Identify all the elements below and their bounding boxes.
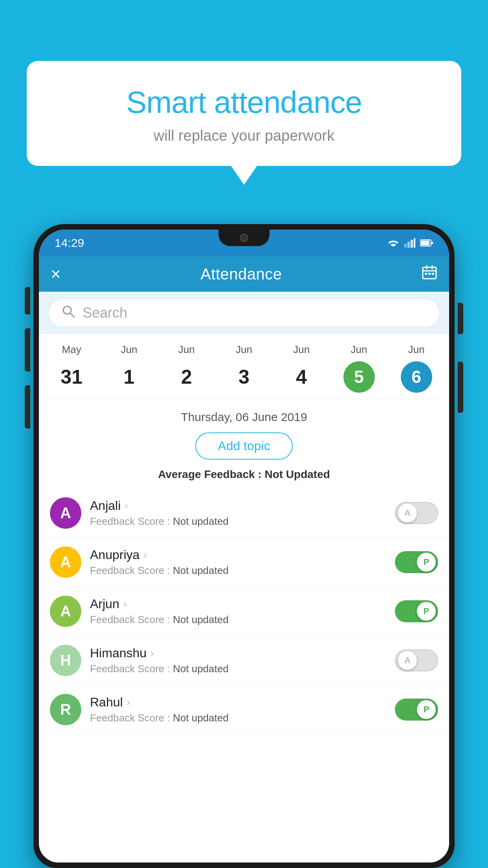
svg-rect-6 bbox=[431, 242, 433, 244]
svg-rect-12 bbox=[428, 273, 431, 275]
phone-screen: 14:29 bbox=[39, 230, 449, 862]
student-name: Rahul › bbox=[90, 695, 386, 710]
cal-day-1[interactable]: Jun1 bbox=[109, 344, 149, 393]
speech-bubble: Smart attendance will replace your paper… bbox=[27, 61, 461, 166]
signal-icon bbox=[404, 238, 415, 248]
student-name: Arjun › bbox=[90, 597, 386, 611]
student-name: Anjali › bbox=[90, 498, 386, 513]
avg-feedback: Average Feedback : Not Updated bbox=[51, 468, 437, 481]
power-button bbox=[458, 362, 463, 413]
attendance-toggle[interactable]: P bbox=[395, 551, 438, 573]
student-feedback: Feedback Score : Not updated bbox=[90, 614, 386, 626]
svg-rect-3 bbox=[414, 238, 415, 248]
student-info: Anjali ›Feedback Score : Not updated bbox=[90, 498, 386, 528]
calendar-button[interactable] bbox=[422, 265, 437, 284]
speech-bubble-container: Smart attendance will replace your paper… bbox=[27, 61, 461, 166]
search-icon bbox=[61, 304, 75, 322]
cal-day-2[interactable]: Jun2 bbox=[167, 344, 206, 393]
selected-date: Thursday, 06 June 2019 bbox=[51, 410, 437, 424]
student-feedback: Feedback Score : Not updated bbox=[90, 565, 386, 577]
students-list: AAnjali ›Feedback Score : Not updatedAAA… bbox=[39, 489, 449, 862]
volume-button bbox=[458, 303, 463, 334]
student-feedback: Feedback Score : Not updated bbox=[90, 515, 386, 528]
student-item[interactable]: AAnjali ›Feedback Score : Not updatedA bbox=[39, 489, 449, 538]
status-bar: 14:29 bbox=[39, 230, 449, 256]
close-button[interactable]: × bbox=[51, 265, 61, 283]
svg-rect-13 bbox=[432, 273, 434, 275]
student-avatar: H bbox=[50, 645, 81, 676]
svg-rect-11 bbox=[425, 273, 427, 275]
student-feedback: Feedback Score : Not updated bbox=[90, 712, 386, 724]
app-bar-title: Attendance bbox=[200, 265, 282, 283]
bubble-title: Smart attendance bbox=[46, 85, 442, 120]
student-avatar: A bbox=[50, 546, 81, 578]
student-avatar: A bbox=[50, 596, 81, 627]
search-input[interactable]: Search bbox=[83, 305, 127, 321]
volume-up-button bbox=[25, 328, 30, 371]
student-feedback: Feedback Score : Not updated bbox=[90, 663, 386, 675]
student-item[interactable]: AArjun ›Feedback Score : Not updatedP bbox=[39, 587, 449, 636]
calendar-strip: May31Jun1Jun2Jun3Jun4Jun5Jun6 bbox=[39, 334, 449, 399]
search-bar-container: Search bbox=[39, 292, 449, 334]
wifi-icon bbox=[387, 238, 400, 248]
cal-day-4[interactable]: Jun4 bbox=[282, 344, 321, 393]
svg-rect-0 bbox=[404, 244, 407, 248]
student-avatar: R bbox=[50, 694, 81, 725]
student-info: Himanshu ›Feedback Score : Not updated bbox=[90, 646, 386, 675]
avg-feedback-value: Not Updated bbox=[264, 468, 330, 480]
cal-day-0[interactable]: May31 bbox=[52, 344, 91, 393]
phone-frame: 14:29 bbox=[33, 224, 455, 868]
battery-icon bbox=[420, 239, 433, 247]
svg-rect-1 bbox=[407, 242, 410, 248]
svg-rect-2 bbox=[411, 240, 413, 248]
student-item[interactable]: HHimanshu ›Feedback Score : Not updatedA bbox=[39, 636, 449, 685]
student-name: Himanshu › bbox=[90, 646, 386, 660]
student-info: Anupriya ›Feedback Score : Not updated bbox=[90, 548, 386, 577]
svg-line-15 bbox=[70, 313, 74, 317]
status-time: 14:29 bbox=[55, 236, 84, 250]
student-name: Anupriya › bbox=[90, 548, 386, 562]
volume-down-button bbox=[25, 385, 30, 428]
attendance-toggle[interactable]: A bbox=[395, 502, 438, 524]
add-topic-button[interactable]: Add topic bbox=[195, 432, 292, 460]
attendance-toggle[interactable]: P bbox=[395, 699, 438, 721]
cal-day-5[interactable]: Jun5 bbox=[339, 344, 379, 393]
date-info-section: Thursday, 06 June 2019 Add topic Average… bbox=[39, 399, 449, 489]
student-item[interactable]: RRahul ›Feedback Score : Not updatedP bbox=[39, 685, 449, 734]
svg-rect-5 bbox=[421, 241, 429, 245]
attendance-toggle[interactable]: P bbox=[395, 600, 438, 622]
student-info: Rahul ›Feedback Score : Not updated bbox=[90, 695, 386, 724]
student-item[interactable]: AAnupriya ›Feedback Score : Not updatedP bbox=[39, 538, 449, 587]
cal-day-6[interactable]: Jun6 bbox=[397, 344, 436, 393]
status-icons bbox=[387, 238, 433, 248]
cal-day-3[interactable]: Jun3 bbox=[224, 344, 264, 393]
attendance-toggle[interactable]: A bbox=[395, 649, 438, 671]
bubble-subtitle: will replace your paperwork bbox=[46, 127, 442, 144]
left-button-1 bbox=[25, 287, 30, 314]
app-bar: × Attendance bbox=[39, 256, 449, 292]
notch bbox=[218, 230, 270, 246]
student-avatar: A bbox=[50, 497, 81, 529]
avg-feedback-label: Average Feedback : bbox=[158, 468, 264, 480]
camera bbox=[240, 234, 248, 242]
student-info: Arjun ›Feedback Score : Not updated bbox=[90, 597, 386, 626]
search-bar[interactable]: Search bbox=[48, 299, 440, 327]
